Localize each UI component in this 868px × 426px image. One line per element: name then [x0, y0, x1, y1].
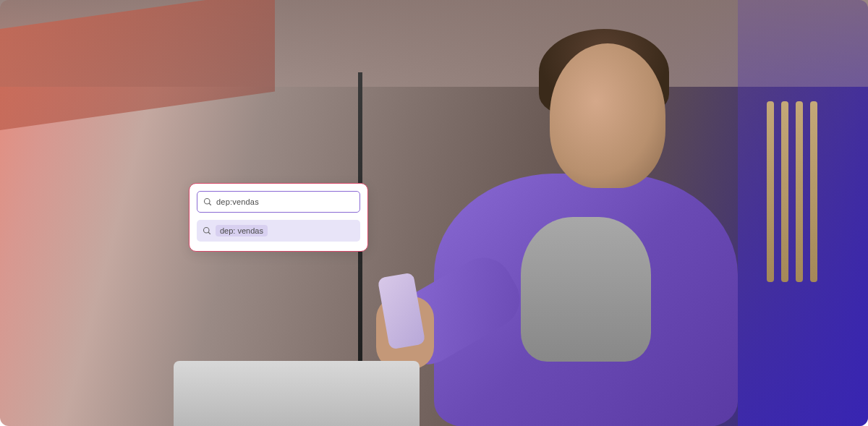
search-icon	[203, 197, 212, 206]
person-illustration	[376, 43, 781, 426]
svg-line-1	[209, 203, 210, 205]
search-icon	[203, 226, 211, 235]
suggestion-chip: dep: vendas	[216, 225, 268, 237]
search-input[interactable]: dep:vendas	[197, 191, 360, 213]
hero-background: dep:vendas dep: vendas	[0, 0, 868, 426]
search-input-value: dep:vendas	[216, 197, 259, 206]
laptop-device	[174, 361, 420, 426]
svg-line-3	[208, 232, 210, 234]
search-panel: dep:vendas dep: vendas	[189, 183, 368, 252]
search-suggestion[interactable]: dep: vendas	[197, 220, 360, 242]
